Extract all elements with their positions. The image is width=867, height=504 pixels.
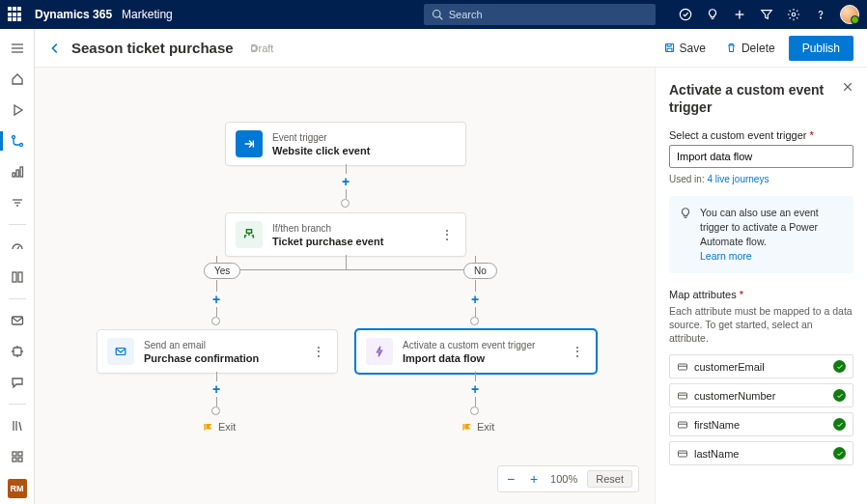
svg-point-6 [792,13,796,16]
svg-rect-27 [13,452,16,456]
add-step-button[interactable]: + [210,292,223,307]
rail-email[interactable] [0,307,35,334]
lightbulb-icon[interactable] [705,7,720,22]
check-icon [833,360,846,373]
branch-icon [236,221,263,248]
topbar-actions [678,5,859,24]
svg-rect-29 [13,458,16,462]
zoom-reset-button[interactable]: Reset [587,470,632,488]
attribute-name: lastName [694,448,827,460]
rail-library[interactable] [0,264,35,291]
rail-play[interactable] [0,97,35,124]
learn-more-link[interactable]: Learn more [700,250,752,262]
journey-canvas[interactable]: Event triggerWebsite click event + If/th… [35,68,655,504]
node-ifthen-branch[interactable]: If/then branchTicket purchase event ⋮ [225,212,466,257]
rail-ext[interactable] [0,338,35,365]
rail-journeys[interactable] [0,127,35,154]
rail-home[interactable] [0,66,35,93]
add-step-button[interactable]: + [339,174,352,189]
check-icon [833,447,846,460]
attribute-name: customerNumber [694,390,827,402]
field-icon [677,448,688,460]
command-bar: Season ticket purchase Draft Save Delete… [35,29,867,68]
attribute-row[interactable]: lastName [669,441,853,465]
select-trigger-input[interactable] [669,145,853,168]
svg-rect-20 [13,272,16,282]
node-more-icon[interactable]: ⋮ [310,344,327,359]
svg-rect-38 [679,364,687,370]
node-custom-event-trigger[interactable]: Activate a custom event triggerImport da… [355,329,597,374]
tip-box: You can also use an event trigger to act… [669,196,853,273]
lightning-icon [366,338,393,365]
used-in-link[interactable]: 4 live journeys [707,174,769,184]
exit-right: Exit [461,421,494,433]
svg-point-0 [433,11,440,18]
svg-line-1 [439,16,442,19]
svg-point-12 [19,144,22,147]
attribute-row[interactable]: firstName [669,412,853,436]
add-step-button[interactable]: + [468,292,482,307]
svg-point-11 [12,136,14,139]
nav-rail: RM [0,29,35,504]
zoom-percent: 100% [550,473,577,485]
check-icon [833,389,846,402]
used-in-text: Used in: 4 live journeys [669,174,853,184]
add-icon[interactable] [732,7,747,22]
select-trigger-label: Select a custom event trigger [669,129,853,141]
rail-speed[interactable] [0,233,35,260]
map-attributes-label: Map attributes [669,289,853,300]
rail-data[interactable] [0,443,35,470]
panel-title: Activate a custom event trigger [669,81,836,116]
attribute-name: firstName [694,419,827,431]
node-more-icon[interactable]: ⋮ [569,344,586,359]
svg-rect-28 [18,452,22,456]
svg-point-2 [680,9,690,19]
zoom-out-button[interactable]: − [504,471,517,487]
status-badge: Draft [251,42,274,54]
check-icon [833,418,846,431]
help-icon[interactable] [813,7,828,22]
svg-rect-13 [13,173,15,177]
page-title: Season ticket purchase [71,40,234,56]
add-step-button[interactable]: + [468,381,482,397]
filter-icon[interactable] [759,7,774,22]
rail-chat[interactable] [0,369,35,396]
attribute-row[interactable]: customerEmail [669,354,853,378]
close-panel-button[interactable] [842,81,853,95]
field-icon [677,361,688,373]
task-icon[interactable] [678,7,693,22]
svg-rect-30 [18,458,22,462]
svg-point-7 [820,17,821,18]
zoom-in-button[interactable]: + [527,471,541,487]
branch-no-label[interactable]: No [463,263,497,279]
app-launcher-icon[interactable] [8,7,23,22]
branch-yes-label[interactable]: Yes [204,263,240,279]
node-more-icon[interactable]: ⋮ [438,227,456,242]
add-step-button[interactable]: + [210,381,223,397]
node-event-trigger[interactable]: Event triggerWebsite click event [225,122,466,166]
search-placeholder: Search [449,9,483,20]
trigger-icon [236,130,263,157]
node-send-email[interactable]: Send an emailPurchase confirmation ⋮ [97,329,338,374]
save-button[interactable]: Save [657,38,712,59]
settings-icon[interactable] [786,7,801,22]
rail-persona[interactable]: RM [8,479,27,498]
zoom-control: − + 100% Reset [497,465,639,492]
delete-button[interactable]: Delete [719,38,781,59]
publish-button[interactable]: Publish [789,36,853,61]
exit-left: Exit [203,421,236,433]
svg-rect-14 [16,170,19,177]
global-search[interactable]: Search [424,4,656,25]
map-attributes-sub: Each attribute must be mapped to a data … [669,304,853,345]
rail-segments[interactable] [0,189,35,216]
rail-books[interactable] [0,412,35,439]
rail-analytics[interactable] [0,158,35,185]
attribute-row[interactable]: customerNumber [669,383,853,407]
svg-rect-23 [14,348,21,355]
svg-rect-42 [679,422,687,428]
user-avatar[interactable] [840,5,859,24]
top-bar: Dynamics 365 Marketing Search [0,0,867,29]
field-icon [677,390,688,402]
rail-hamburger[interactable] [0,35,35,62]
back-button[interactable] [48,42,62,55]
